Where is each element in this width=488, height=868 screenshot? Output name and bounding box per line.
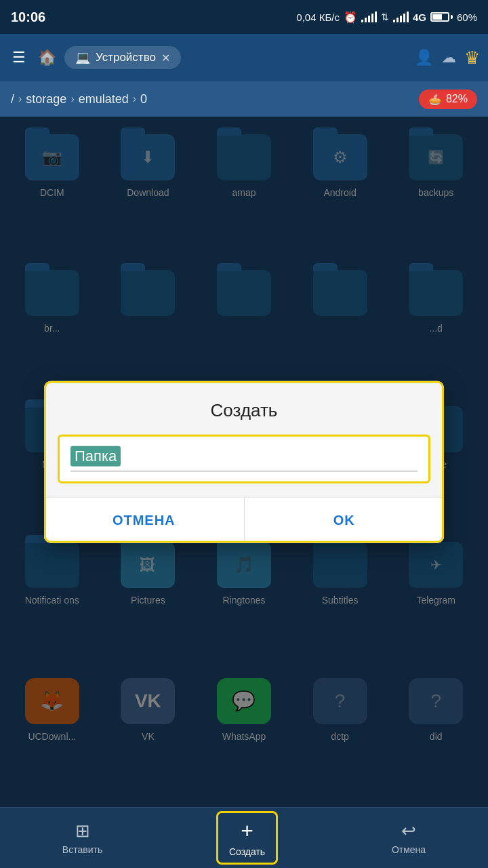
- breadcrumb-current[interactable]: 0: [140, 92, 147, 106]
- nav-tab-device[interactable]: 💻 Устройство ✕: [64, 46, 181, 69]
- paste-button[interactable]: ⊞ Вставить: [52, 815, 113, 861]
- dialog-cancel-button[interactable]: ОТМЕНА: [44, 497, 245, 542]
- create-label: Создать: [229, 846, 265, 857]
- cancel-back-icon: ↩: [401, 821, 416, 842]
- bottom-bar: ⊞ Вставить + Создать ↩ Отмена: [0, 807, 488, 868]
- status-bar: 10:06 0,04 КБ/с ⏰ ⇅ 4G 60%: [0, 0, 488, 34]
- dialog-input-area[interactable]: Папка: [58, 435, 430, 484]
- breadcrumb-bar: / › storage › emulated › 0 🥧 82%: [0, 81, 488, 117]
- device-tab-icon: 💻: [75, 50, 90, 65]
- dialog-buttons: ОТМЕНА OK: [44, 496, 444, 542]
- create-folder-dialog: Создать Папка ОТМЕНА OK: [44, 381, 444, 543]
- dialog-title: Создать: [44, 381, 444, 435]
- nav-bar: ☰ 🏠 💻 Устройство ✕ 👤 ☁ ♛: [0, 34, 488, 81]
- paste-label: Вставить: [62, 844, 102, 855]
- crown-icon[interactable]: ♛: [464, 47, 480, 68]
- create-button[interactable]: + Создать: [216, 811, 278, 865]
- cancel-button[interactable]: ↩ Отмена: [381, 815, 436, 861]
- status-right: 0,04 КБ/с ⏰ ⇅ 4G 60%: [296, 11, 477, 24]
- home-icon[interactable]: 🏠: [38, 49, 56, 66]
- breadcrumb-emulated[interactable]: emulated: [79, 92, 129, 106]
- battery-icon: [430, 12, 453, 22]
- alarm-icon: ⏰: [344, 11, 357, 24]
- storage-badge: 🥧 82%: [419, 90, 477, 109]
- menu-icon[interactable]: ☰: [8, 45, 30, 71]
- network-type: 4G: [413, 12, 426, 23]
- create-plus-icon: +: [241, 818, 253, 844]
- dialog-input-selected-text: Папка: [70, 446, 121, 467]
- dialog-input-underline: [70, 471, 418, 472]
- nav-tab-title: Устройство: [96, 51, 156, 64]
- paste-icon: ⊞: [75, 821, 90, 842]
- storage-percent: 82%: [446, 93, 468, 105]
- dialog-ok-button[interactable]: OK: [245, 497, 445, 542]
- transfer-icon: ⇅: [381, 12, 389, 22]
- breadcrumb-root[interactable]: /: [11, 92, 14, 106]
- status-time: 10:06: [11, 9, 45, 25]
- content-area: 📷 DCIM ⬇ Download amap ⚙: [0, 117, 488, 807]
- breadcrumb-storage[interactable]: storage: [26, 92, 66, 106]
- storage-pie-icon: 🥧: [428, 93, 442, 106]
- signal-icon: [361, 12, 377, 22]
- nav-tab-close-icon[interactable]: ✕: [161, 52, 170, 64]
- cancel-label: Отмена: [392, 844, 426, 855]
- battery-percent: 60%: [457, 12, 477, 23]
- network-speed: 0,04 КБ/с: [296, 12, 340, 23]
- signal-icon-2: [393, 12, 409, 22]
- cloud-icon[interactable]: ☁: [441, 49, 456, 66]
- user-icon[interactable]: 👤: [415, 49, 433, 66]
